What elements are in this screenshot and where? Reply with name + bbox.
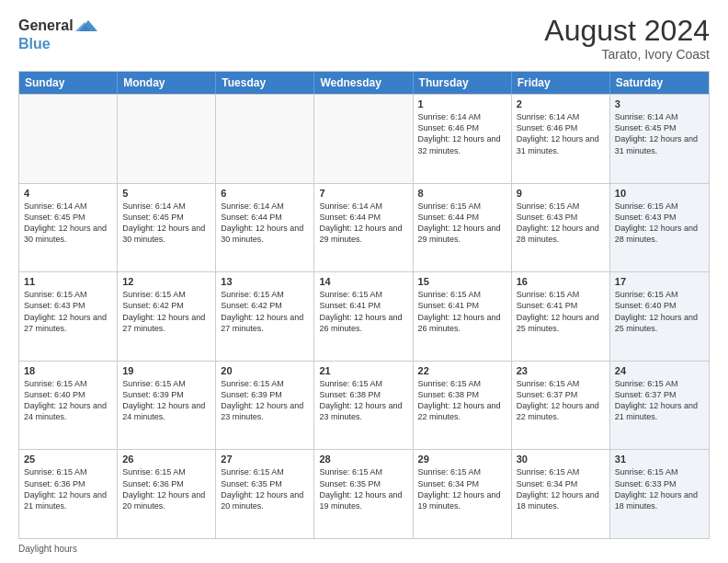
day-number: 11: [24, 276, 112, 287]
day-number: 12: [122, 276, 210, 287]
title-area: August 2024 Tarato, Ivory Coast: [544, 15, 710, 62]
table-row: 7Sunrise: 6:14 AM Sunset: 6:44 PM Daylig…: [314, 184, 413, 272]
week-row-4: 18Sunrise: 6:15 AM Sunset: 6:40 PM Dayli…: [19, 361, 709, 450]
table-row: 16Sunrise: 6:15 AM Sunset: 6:41 PM Dayli…: [512, 272, 610, 361]
cell-info: Sunrise: 6:15 AM Sunset: 6:33 PM Dayligh…: [615, 466, 704, 511]
calendar-header: Sunday Monday Tuesday Wednesday Thursday…: [19, 72, 709, 94]
cell-info: Sunrise: 6:15 AM Sunset: 6:44 PM Dayligh…: [418, 201, 506, 246]
week-row-1: 1Sunrise: 6:14 AM Sunset: 6:46 PM Daylig…: [19, 94, 709, 183]
table-row: 17Sunrise: 6:15 AM Sunset: 6:40 PM Dayli…: [610, 272, 709, 361]
table-row: 15Sunrise: 6:15 AM Sunset: 6:41 PM Dayli…: [414, 272, 512, 361]
day-number: 24: [615, 365, 704, 376]
cell-info: Sunrise: 6:15 AM Sunset: 6:36 PM Dayligh…: [122, 466, 210, 511]
header-wednesday: Wednesday: [314, 72, 413, 94]
cell-info: Sunrise: 6:14 AM Sunset: 6:46 PM Dayligh…: [517, 111, 605, 156]
table-row: 20Sunrise: 6:15 AM Sunset: 6:39 PM Dayli…: [216, 362, 314, 450]
day-number: 18: [24, 365, 112, 376]
cell-info: Sunrise: 6:15 AM Sunset: 6:37 PM Dayligh…: [615, 378, 704, 423]
table-row: 31Sunrise: 6:15 AM Sunset: 6:33 PM Dayli…: [610, 450, 709, 538]
cell-info: Sunrise: 6:15 AM Sunset: 6:40 PM Dayligh…: [615, 289, 704, 334]
table-row: 18Sunrise: 6:15 AM Sunset: 6:40 PM Dayli…: [19, 362, 118, 450]
table-row: 22Sunrise: 6:15 AM Sunset: 6:38 PM Dayli…: [414, 362, 512, 450]
cell-info: Sunrise: 6:15 AM Sunset: 6:40 PM Dayligh…: [24, 378, 112, 423]
table-row: 12Sunrise: 6:15 AM Sunset: 6:42 PM Dayli…: [118, 272, 216, 361]
header-saturday: Saturday: [610, 72, 709, 94]
cell-info: Sunrise: 6:15 AM Sunset: 6:42 PM Dayligh…: [122, 289, 210, 334]
table-row: 30Sunrise: 6:15 AM Sunset: 6:34 PM Dayli…: [512, 450, 610, 538]
cell-info: Sunrise: 6:15 AM Sunset: 6:34 PM Dayligh…: [517, 466, 605, 511]
table-row: [118, 95, 216, 183]
day-number: 7: [319, 188, 407, 199]
cell-info: Sunrise: 6:15 AM Sunset: 6:39 PM Dayligh…: [221, 378, 309, 423]
table-row: 19Sunrise: 6:15 AM Sunset: 6:39 PM Dayli…: [118, 362, 216, 450]
day-number: 25: [24, 454, 112, 465]
table-row: 28Sunrise: 6:15 AM Sunset: 6:35 PM Dayli…: [314, 450, 413, 538]
table-row: 13Sunrise: 6:15 AM Sunset: 6:42 PM Dayli…: [216, 272, 314, 361]
table-row: 24Sunrise: 6:15 AM Sunset: 6:37 PM Dayli…: [610, 362, 709, 450]
day-number: 14: [319, 276, 407, 287]
cell-info: Sunrise: 6:15 AM Sunset: 6:38 PM Dayligh…: [418, 378, 506, 423]
day-number: 2: [517, 98, 605, 109]
cell-info: Sunrise: 6:15 AM Sunset: 6:35 PM Dayligh…: [319, 466, 407, 511]
day-number: 23: [517, 365, 605, 376]
week-row-5: 25Sunrise: 6:15 AM Sunset: 6:36 PM Dayli…: [19, 449, 709, 538]
calendar-body: 1Sunrise: 6:14 AM Sunset: 6:46 PM Daylig…: [19, 94, 709, 538]
cell-info: Sunrise: 6:14 AM Sunset: 6:45 PM Dayligh…: [24, 201, 112, 246]
cell-info: Sunrise: 6:15 AM Sunset: 6:38 PM Dayligh…: [319, 378, 407, 423]
day-number: 3: [615, 98, 704, 109]
table-row: 25Sunrise: 6:15 AM Sunset: 6:36 PM Dayli…: [19, 450, 118, 538]
day-number: 29: [418, 454, 506, 465]
day-number: 8: [418, 188, 506, 199]
table-row: 14Sunrise: 6:15 AM Sunset: 6:41 PM Dayli…: [314, 272, 413, 361]
logo-blue-text: Blue: [18, 37, 97, 52]
cell-info: Sunrise: 6:14 AM Sunset: 6:45 PM Dayligh…: [122, 201, 210, 246]
table-row: 4Sunrise: 6:14 AM Sunset: 6:45 PM Daylig…: [19, 184, 118, 272]
day-number: 26: [122, 454, 210, 465]
cell-info: Sunrise: 6:15 AM Sunset: 6:43 PM Dayligh…: [517, 201, 605, 246]
table-row: 11Sunrise: 6:15 AM Sunset: 6:43 PM Dayli…: [19, 272, 118, 361]
logo-icon: [75, 15, 97, 37]
day-number: 28: [319, 454, 407, 465]
day-number: 6: [221, 188, 309, 199]
day-number: 4: [24, 188, 112, 199]
day-number: 16: [517, 276, 605, 287]
table-row: 26Sunrise: 6:15 AM Sunset: 6:36 PM Dayli…: [118, 450, 216, 538]
header-thursday: Thursday: [414, 72, 512, 94]
table-row: 8Sunrise: 6:15 AM Sunset: 6:44 PM Daylig…: [414, 184, 512, 272]
cell-info: Sunrise: 6:15 AM Sunset: 6:43 PM Dayligh…: [615, 201, 704, 246]
day-number: 20: [221, 365, 309, 376]
table-row: 10Sunrise: 6:15 AM Sunset: 6:43 PM Dayli…: [610, 184, 709, 272]
table-row: 6Sunrise: 6:14 AM Sunset: 6:44 PM Daylig…: [216, 184, 314, 272]
cell-info: Sunrise: 6:14 AM Sunset: 6:44 PM Dayligh…: [319, 201, 407, 246]
table-row: 29Sunrise: 6:15 AM Sunset: 6:34 PM Dayli…: [414, 450, 512, 538]
cell-info: Sunrise: 6:15 AM Sunset: 6:42 PM Dayligh…: [221, 289, 309, 334]
table-row: 3Sunrise: 6:14 AM Sunset: 6:45 PM Daylig…: [610, 95, 709, 183]
cell-info: Sunrise: 6:14 AM Sunset: 6:44 PM Dayligh…: [221, 201, 309, 246]
table-row: [19, 95, 118, 183]
day-number: 1: [418, 98, 506, 109]
table-row: 5Sunrise: 6:14 AM Sunset: 6:45 PM Daylig…: [118, 184, 216, 272]
week-row-3: 11Sunrise: 6:15 AM Sunset: 6:43 PM Dayli…: [19, 271, 709, 361]
footer-note: Daylight hours: [18, 544, 710, 554]
cell-info: Sunrise: 6:15 AM Sunset: 6:36 PM Dayligh…: [24, 466, 112, 511]
logo-general-text: General: [18, 18, 74, 33]
cell-info: Sunrise: 6:15 AM Sunset: 6:34 PM Dayligh…: [418, 466, 506, 511]
day-number: 9: [517, 188, 605, 199]
day-number: 19: [122, 365, 210, 376]
header-tuesday: Tuesday: [216, 72, 314, 94]
table-row: [314, 95, 413, 183]
week-row-2: 4Sunrise: 6:14 AM Sunset: 6:45 PM Daylig…: [19, 183, 709, 272]
header-sunday: Sunday: [19, 72, 118, 94]
day-number: 5: [122, 188, 210, 199]
cell-info: Sunrise: 6:15 AM Sunset: 6:41 PM Dayligh…: [517, 289, 605, 334]
table-row: 1Sunrise: 6:14 AM Sunset: 6:46 PM Daylig…: [414, 95, 512, 183]
cell-info: Sunrise: 6:15 AM Sunset: 6:41 PM Dayligh…: [418, 289, 506, 334]
table-row: 21Sunrise: 6:15 AM Sunset: 6:38 PM Dayli…: [314, 362, 413, 450]
month-title: August 2024: [544, 15, 710, 47]
page: General Blue August 2024 Tarato, Ivory C…: [0, 0, 728, 563]
cell-info: Sunrise: 6:15 AM Sunset: 6:43 PM Dayligh…: [24, 289, 112, 334]
day-number: 30: [517, 454, 605, 465]
day-number: 27: [221, 454, 309, 465]
table-row: 9Sunrise: 6:15 AM Sunset: 6:43 PM Daylig…: [512, 184, 610, 272]
header-friday: Friday: [512, 72, 610, 94]
